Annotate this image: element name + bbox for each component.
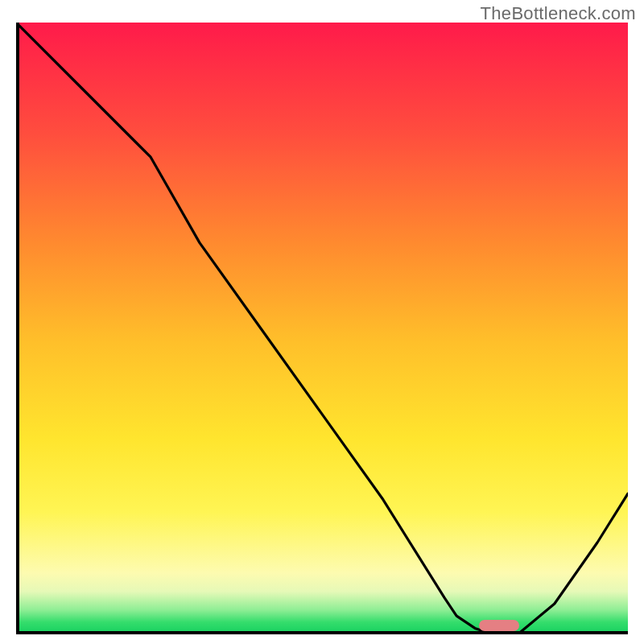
chart-plot-area [16, 23, 628, 634]
bottleneck-curve [16, 23, 628, 634]
watermark-text: TheBottleneck.com [481, 3, 636, 24]
optimal-range-marker [479, 620, 519, 631]
